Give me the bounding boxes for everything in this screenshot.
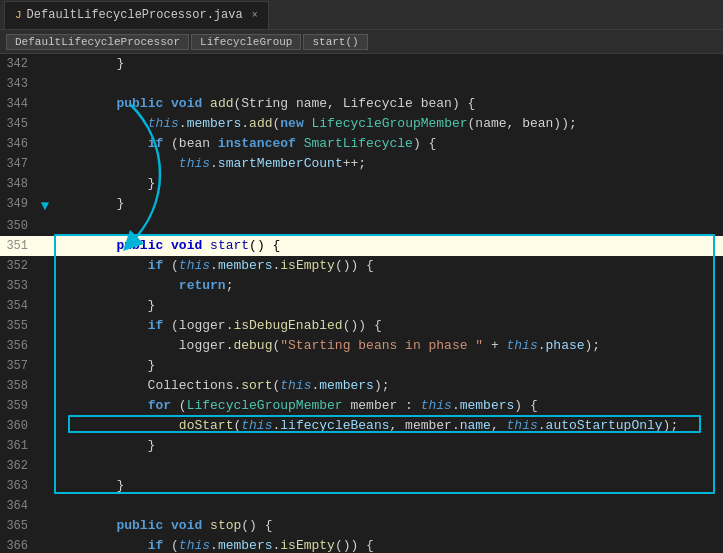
gutter-cell — [36, 356, 54, 376]
code-cell: public void start() { — [54, 236, 723, 256]
line-number: 363 — [0, 476, 36, 496]
line-number: 353 — [0, 276, 36, 296]
arrow-indicator: ▼ — [41, 196, 49, 216]
gutter-cell — [36, 256, 54, 276]
line-number: 354 — [0, 296, 36, 316]
code-cell: logger.debug("Starting beans in phase " … — [54, 336, 723, 356]
gutter-cell: ▼ — [36, 194, 54, 216]
table-row: 343 — [0, 74, 723, 94]
line-number: 344 — [0, 94, 36, 114]
gutter-cell — [36, 516, 54, 536]
gutter-cell — [36, 276, 54, 296]
code-cell: doStart(this.lifecycleBeans, member.name… — [54, 416, 723, 436]
code-cell: public void stop() { — [54, 516, 723, 536]
table-row: 364 — [0, 496, 723, 516]
code-cell — [54, 216, 723, 236]
line-number: 356 — [0, 336, 36, 356]
table-row: 363 } — [0, 476, 723, 496]
breadcrumb-method[interactable]: start() — [303, 34, 367, 50]
gutter-cell — [36, 536, 54, 553]
table-row: 349▼ } — [0, 194, 723, 216]
gutter-cell — [36, 316, 54, 336]
line-number: 345 — [0, 114, 36, 134]
line-number: 347 — [0, 154, 36, 174]
line-number: 358 — [0, 376, 36, 396]
tab-close-button[interactable]: × — [252, 10, 258, 21]
table-row: 361 } — [0, 436, 723, 456]
table-row: 348 } — [0, 174, 723, 194]
code-cell — [54, 456, 723, 476]
line-number: 366 — [0, 536, 36, 553]
breadcrumb-class[interactable]: DefaultLifecycleProcessor — [6, 34, 189, 50]
breadcrumb-inner-class[interactable]: LifecycleGroup — [191, 34, 301, 50]
code-cell: } — [54, 194, 723, 216]
gutter-cell — [36, 74, 54, 94]
code-cell — [54, 74, 723, 94]
table-row: 351 public void start() { — [0, 236, 723, 256]
gutter-cell — [36, 236, 54, 256]
code-cell: this.members.add(new LifecycleGroupMembe… — [54, 114, 723, 134]
code-cell: for (LifecycleGroupMember member : this.… — [54, 396, 723, 416]
gutter-cell — [36, 54, 54, 74]
lines-wrapper: 342 }343 344 public void add(String name… — [0, 54, 723, 553]
gutter-cell — [36, 114, 54, 134]
gutter-cell — [36, 174, 54, 194]
table-row: 353 return; — [0, 276, 723, 296]
table-row: 360 doStart(this.lifecycleBeans, member.… — [0, 416, 723, 436]
editor-area: 342 }343 344 public void add(String name… — [0, 54, 723, 553]
table-row: 355 if (logger.isDebugEnabled()) { — [0, 316, 723, 336]
line-number: 350 — [0, 216, 36, 236]
table-row: 342 } — [0, 54, 723, 74]
code-cell: } — [54, 54, 723, 74]
code-cell: } — [54, 476, 723, 496]
table-row: 365 public void stop() { — [0, 516, 723, 536]
table-row: 362 — [0, 456, 723, 476]
table-row: 345 this.members.add(new LifecycleGroupM… — [0, 114, 723, 134]
active-tab[interactable]: J DefaultLifecycleProcessor.java × — [4, 1, 269, 29]
line-number: 351 — [0, 236, 36, 256]
line-number: 352 — [0, 256, 36, 276]
line-number: 349 — [0, 194, 36, 216]
line-number: 361 — [0, 436, 36, 456]
tab-label: DefaultLifecycleProcessor.java — [27, 8, 243, 22]
gutter-cell — [36, 216, 54, 236]
line-number: 357 — [0, 356, 36, 376]
code-cell: public void add(String name, Lifecycle b… — [54, 94, 723, 114]
line-number: 346 — [0, 134, 36, 154]
gutter-cell — [36, 134, 54, 154]
editor-container: 342 }343 344 public void add(String name… — [0, 54, 723, 553]
gutter-cell — [36, 416, 54, 436]
code-cell: } — [54, 296, 723, 316]
gutter-cell — [36, 436, 54, 456]
tab-bar: J DefaultLifecycleProcessor.java × — [0, 0, 723, 30]
java-file-icon: J — [15, 9, 22, 21]
code-cell: this.smartMemberCount++; — [54, 154, 723, 174]
table-row: 347 this.smartMemberCount++; — [0, 154, 723, 174]
table-row: 352 if (this.members.isEmpty()) { — [0, 256, 723, 276]
gutter-cell — [36, 396, 54, 416]
gutter-cell — [36, 476, 54, 496]
code-cell: return; — [54, 276, 723, 296]
code-cell: } — [54, 436, 723, 456]
code-cell: } — [54, 356, 723, 376]
code-cell: if (bean instanceof SmartLifecycle) { — [54, 134, 723, 154]
line-number: 365 — [0, 516, 36, 536]
table-row: 354 } — [0, 296, 723, 316]
line-number: 364 — [0, 496, 36, 516]
line-number: 342 — [0, 54, 36, 74]
gutter-cell — [36, 94, 54, 114]
line-number: 360 — [0, 416, 36, 436]
gutter-cell — [36, 376, 54, 396]
table-row: 346 if (bean instanceof SmartLifecycle) … — [0, 134, 723, 154]
code-cell: } — [54, 174, 723, 194]
table-row: 350 — [0, 216, 723, 236]
table-row: 359 for (LifecycleGroupMember member : t… — [0, 396, 723, 416]
gutter-cell — [36, 456, 54, 476]
gutter-cell — [36, 496, 54, 516]
code-cell: if (this.members.isEmpty()) { — [54, 536, 723, 553]
table-row: 344 public void add(String name, Lifecyc… — [0, 94, 723, 114]
code-cell: if (this.members.isEmpty()) { — [54, 256, 723, 276]
gutter-cell — [36, 336, 54, 356]
line-number: 362 — [0, 456, 36, 476]
line-number: 348 — [0, 174, 36, 194]
